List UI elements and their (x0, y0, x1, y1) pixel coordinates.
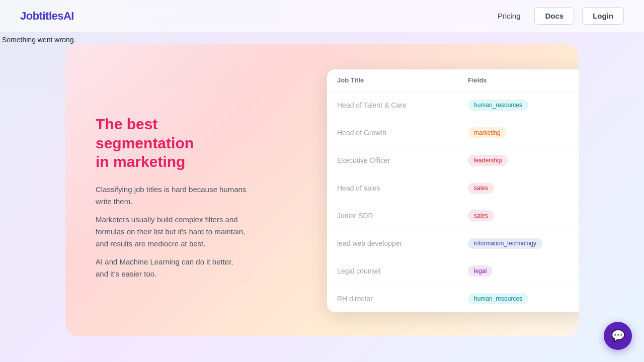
table-header: Job Title Fields Role (327, 69, 579, 92)
field-tag: sales (468, 183, 579, 194)
col-job-title: Job Title (337, 76, 468, 84)
job-title-cell: Head of Growth (337, 129, 468, 137)
field-tag: sales (468, 210, 579, 221)
nav: Pricing Docs Login (492, 7, 624, 25)
field-tag: marketing (468, 127, 579, 138)
login-button[interactable]: Login (582, 7, 624, 25)
job-title-cell: RH director (337, 295, 468, 303)
table-row: Head of Growth marketing dire... (327, 119, 579, 147)
job-title-cell: Junior SDR (337, 212, 468, 220)
table-row: Head of Talent & Care human_resources di… (327, 92, 579, 119)
field-tag: leadership (468, 155, 579, 166)
job-title-cell: lead web developper (337, 239, 468, 247)
chat-icon: 💬 (611, 329, 625, 342)
field-tag: legal (468, 265, 579, 277)
job-title-cell: Executive Officer (337, 156, 468, 164)
table-row: lead web developper information_technolo… (327, 230, 579, 257)
col-fields: Fields (468, 76, 579, 84)
hero-desc-1: Classifying job titles is hard because h… (96, 184, 247, 208)
job-title-cell: Head of sales (337, 184, 468, 192)
table-row: Legal counsel legal con... (327, 257, 579, 285)
table-row: Head of sales sales ma... (327, 174, 579, 202)
table-card: Job Title Fields Role Head of Talent & C… (327, 69, 579, 312)
header: JobtitlesAI Pricing Docs Login (0, 0, 644, 32)
main-content: The best segmentation in marketing Class… (0, 44, 644, 336)
field-tag: information_technology (468, 238, 579, 249)
docs-button[interactable]: Docs (534, 7, 574, 25)
hero-title: The best segmentation in marketing (96, 115, 247, 171)
job-title-cell: Head of Talent & Care (337, 101, 468, 109)
chat-button[interactable]: 💬 (604, 322, 632, 350)
table-row: Junior SDR sales entr... (327, 202, 579, 230)
pricing-link[interactable]: Pricing (492, 9, 527, 23)
hero-desc-2: Marketers usually build complex filters … (96, 214, 247, 250)
logo[interactable]: JobtitlesAI (20, 10, 74, 23)
table-row: RH director human_resources dire... (327, 285, 579, 312)
table-row: Executive Officer leadership exe... (327, 147, 579, 174)
field-tag: human_resources (468, 293, 579, 304)
hero-desc-3: AI and Machine Learning can do it better… (96, 256, 247, 280)
table-body: Head of Talent & Care human_resources di… (327, 92, 579, 312)
hero-left: The best segmentation in marketing Class… (65, 44, 267, 336)
field-tag: human_resources (468, 100, 579, 111)
hero-card: The best segmentation in marketing Class… (65, 44, 579, 336)
job-title-cell: Legal counsel (337, 267, 468, 275)
